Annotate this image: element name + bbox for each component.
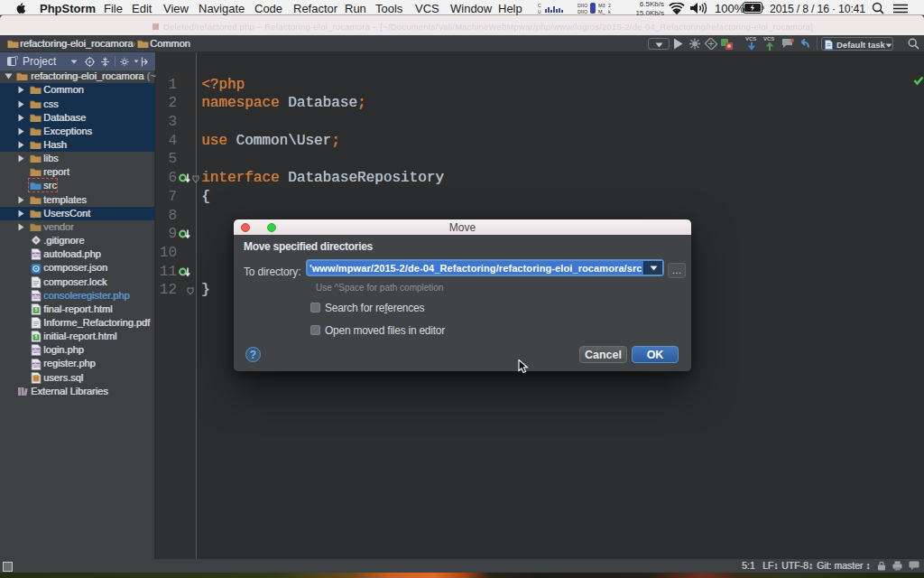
svg-text:php: php (32, 253, 41, 257)
svg-text:5: 5 (35, 308, 38, 312)
svg-text:DIIO: DIIO (578, 3, 588, 8)
svg-text:M3: M3 (598, 3, 605, 8)
svg-text:C: C (538, 3, 541, 8)
svg-text:5: 5 (35, 336, 38, 340)
svg-text:DIIO: DIIO (578, 9, 588, 14)
svg-text:php: php (32, 362, 41, 367)
svg-text:php: php (32, 294, 41, 298)
svg-text:M_: M_ (598, 9, 606, 14)
svg-text:2: 2 (608, 3, 611, 8)
svg-text:k: k (608, 9, 611, 14)
svg-text:php: php (32, 349, 41, 353)
svg-text:U: U (538, 9, 541, 14)
